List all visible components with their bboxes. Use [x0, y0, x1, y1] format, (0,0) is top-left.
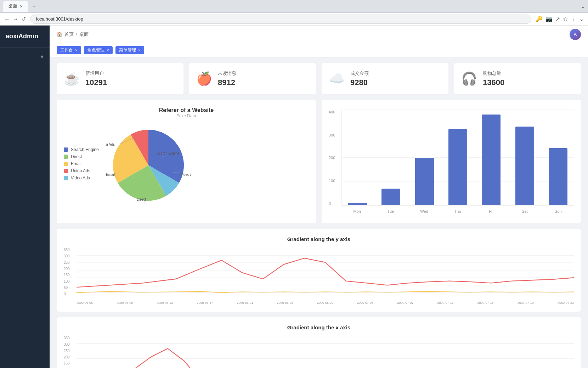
refresh-icon[interactable]: ↺ [21, 16, 26, 22]
area-y-50-1: 50 [64, 286, 74, 290]
breadcrumb-separator: / [76, 32, 77, 37]
maximize-icon[interactable]: ⌄ [579, 16, 584, 22]
bar-x-sun: Sun [542, 206, 574, 216]
stat-label-users: 新增用户 [85, 70, 107, 77]
area-y-300-1: 300 [64, 254, 74, 258]
legend-direct: Direct [64, 154, 99, 159]
tag-role-label: 角色管理 [87, 47, 104, 53]
cloud-icon: ☁️ [329, 71, 345, 86]
forward-icon[interactable]: → [13, 16, 18, 22]
bar-col-sat [509, 110, 540, 205]
legend-label-video: Video Ads [71, 175, 90, 180]
legend-label-search: Search Engine [71, 147, 99, 152]
screenshot-icon[interactable]: 📷 [545, 16, 553, 22]
breadcrumb: 🏠 首页 / 桌面 [57, 31, 89, 38]
tag-role-management[interactable]: 角色管理 × [84, 46, 113, 54]
legend-union-ads: Union Ads [64, 168, 99, 173]
bar-chart-card: 0 100 200 300 400 [322, 100, 581, 223]
home-icon: 🏠 [57, 32, 62, 37]
stat-info-shopping: 购物总量 13600 [483, 70, 504, 87]
nav-icons: ← → ↺ [4, 16, 26, 22]
area-y-labels-2: 0 50 100 150 200 250 300 350 [64, 336, 74, 368]
tag-worktable-label: 工作台 [60, 47, 73, 53]
area-y-350-2: 350 [64, 336, 74, 340]
area-x-label-6: 2000-06-25 [277, 301, 293, 305]
apple-icon: 🍎 [196, 71, 212, 86]
legend-label-union: Union Ads [71, 168, 90, 173]
minimize-icon[interactable]: ⌄ [581, 3, 585, 10]
bar-thu [448, 129, 467, 205]
bar-col-mon [342, 110, 373, 205]
stat-card-shopping: 🎧 购物总量 13600 [454, 63, 581, 94]
bar-x-fri: Fri [475, 206, 507, 216]
tag-worktable[interactable]: 工作台 × [57, 46, 81, 54]
topbar: 🏠 首页 / 桌面 A [50, 26, 588, 43]
legend-dot-direct [64, 155, 68, 159]
address-input[interactable] [30, 15, 531, 24]
bar-x-sat: Sat [509, 206, 541, 216]
tag-menu-close[interactable]: × [138, 48, 141, 53]
svg-text:Search Engine: Search Engine [156, 151, 180, 155]
legend-email: Email [64, 161, 99, 166]
area-chart-2-svg [77, 336, 574, 368]
bar-col-tue [375, 110, 406, 205]
bar-col-thu [442, 110, 473, 205]
area-chart-1-card: Gradient along the y axis 0 50 100 150 2… [57, 229, 581, 312]
area-x-label-12: 2000-07-19 [518, 301, 534, 305]
tag-menu-label: 菜单管理 [119, 47, 136, 53]
new-tab-button[interactable]: + [30, 2, 38, 11]
back-icon[interactable]: ← [4, 16, 10, 22]
area-x-label-9: 2000-07-07 [397, 301, 413, 305]
stat-info-users: 新增用户 10291 [85, 70, 107, 87]
bar-x-wed: Wed [408, 206, 440, 216]
topbar-right: A [570, 29, 581, 40]
bar-tue [381, 189, 400, 205]
bookmark-icon[interactable]: ☆ [563, 16, 568, 22]
pie-chart-svg: Search Engine Video Ads Direct Email Uni… [106, 123, 191, 208]
tab-title: 桌面 [9, 3, 17, 9]
legend-search-engine: Search Engine [64, 147, 99, 152]
tag-worktable-close[interactable]: × [75, 48, 78, 53]
bar-x-thu: Thu [442, 206, 474, 216]
tag-menu-management[interactable]: 菜单管理 × [115, 46, 144, 54]
area-x-label-3: 2000-06-13 [157, 301, 173, 305]
bar-chart-area: 0 100 200 300 400 [329, 110, 574, 216]
browser-tab[interactable]: 桌面 × [3, 1, 28, 12]
charts-row: Referer of a Website Fake Data Search En… [57, 100, 581, 223]
breadcrumb-home: 首页 [64, 31, 74, 38]
bar-sat [515, 127, 534, 205]
browser-chrome: 桌面 × + ⌄ [0, 0, 588, 13]
svg-text:Email: Email [106, 173, 115, 177]
stat-value-revenue: 9280 [350, 78, 369, 87]
tags-bar: 工作台 × 角色管理 × 菜单管理 × [50, 43, 588, 57]
settings-icon[interactable]: ⋮ [571, 16, 576, 22]
stat-card-new-users: ☕ 新增用户 10291 [57, 63, 183, 94]
bar-chart-inner [341, 110, 574, 206]
legend-dot-video [64, 176, 68, 180]
area-x-labels-1: 2000-06-05 2000-06-09 2000-06-13 2000-06… [77, 301, 574, 305]
bar-x-tue: Tue [375, 206, 407, 216]
main-content: 🏠 首页 / 桌面 A 工作台 × 角色管理 × 菜单管理 × [50, 26, 588, 368]
svg-text:Union Ads: Union Ads [106, 143, 115, 146]
avatar[interactable]: A [570, 29, 581, 40]
stat-label-revenue: 成交金额 [350, 70, 369, 77]
area-x-label-10: 2000-07-11 [437, 301, 453, 305]
browser-controls: ⌄ [581, 3, 585, 10]
area-chart-2-title: Gradient along the x axis [64, 324, 574, 330]
area-x-label-8: 2000-07-03 [357, 301, 373, 305]
tag-role-close[interactable]: × [107, 48, 109, 53]
stat-card-messages: 🍎 未读消息 8912 [189, 63, 316, 94]
area-y-200-2: 200 [64, 355, 74, 359]
tab-close-button[interactable]: × [20, 4, 23, 9]
area-chart-1-title: Gradient along the y axis [64, 236, 574, 242]
pie-legend: Search Engine Direct Email [64, 147, 99, 180]
sidebar-item-expand[interactable]: ∨ [0, 50, 50, 63]
bar-y-0: 0 [329, 201, 339, 206]
pie-chart-card: Referer of a Website Fake Data Search En… [57, 100, 316, 223]
bar-sun [549, 148, 567, 205]
bar-mon [348, 203, 367, 205]
share-icon[interactable]: ↗ [555, 16, 560, 22]
chevron-down-icon: ∨ [40, 54, 44, 59]
area-x-label-5: 2000-06-21 [237, 301, 253, 305]
area-chart-2-inner: 0 50 100 150 200 250 300 350 [64, 336, 574, 368]
